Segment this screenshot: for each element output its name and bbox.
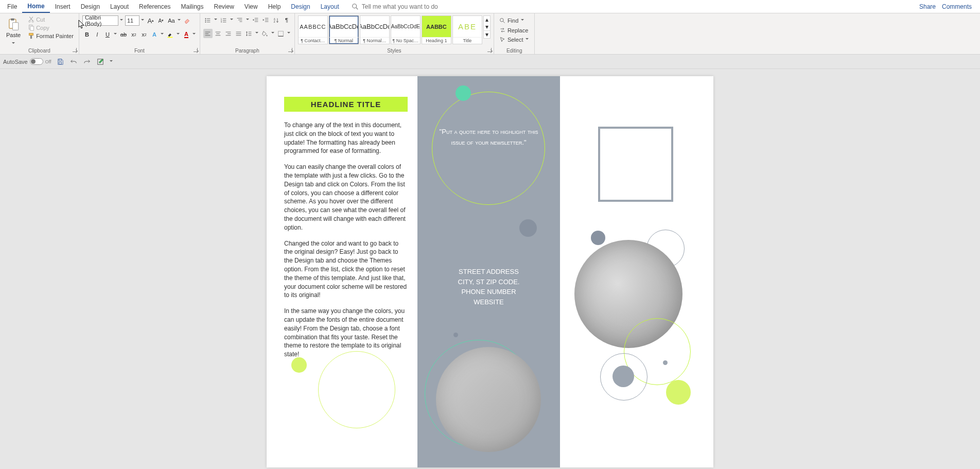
font-name-dropdown[interactable]	[119, 16, 124, 25]
underline-dd[interactable]	[113, 30, 118, 39]
style-title[interactable]: ABETitle	[452, 15, 482, 44]
style-heading1[interactable]: AABBCHeading 1	[422, 15, 451, 44]
styles-gallery-more[interactable]: ▴▾▾	[483, 15, 491, 39]
save-button[interactable]	[56, 57, 65, 66]
show-marks-button[interactable]: ¶	[282, 15, 291, 25]
copy-label: Copy	[36, 25, 49, 31]
subscript-button[interactable]: x2	[129, 30, 138, 39]
indent-icon	[262, 17, 269, 24]
find-button[interactable]: Find	[497, 15, 532, 26]
style-nospacing[interactable]: AaBbCcDdE¶ No Spac…	[391, 15, 421, 44]
highlight-button[interactable]	[166, 30, 175, 39]
style-contact[interactable]: AABBCC¶ Contact…	[298, 15, 328, 44]
align-right-icon	[225, 30, 232, 37]
align-left-button[interactable]	[203, 29, 213, 38]
italic-button[interactable]: I	[93, 30, 102, 39]
font-color-dd[interactable]	[192, 30, 197, 39]
sort-icon: AZ	[273, 17, 279, 24]
borders-icon	[277, 30, 284, 37]
bullets-dd[interactable]	[214, 15, 218, 25]
tab-layout[interactable]: Layout	[105, 1, 134, 12]
justify-button[interactable]	[234, 29, 243, 38]
highlight-dd[interactable]	[176, 30, 181, 39]
line-spacing-button[interactable]	[244, 29, 254, 38]
clear-formatting-button[interactable]	[183, 16, 192, 25]
styles-dialog-launcher[interactable]	[486, 47, 493, 53]
autosave-toggle[interactable]: AutoSaveOff	[3, 58, 51, 65]
tab-home[interactable]: Home	[22, 1, 49, 13]
borders-button[interactable]	[276, 29, 286, 38]
font-size-combo[interactable]: 11	[125, 15, 139, 26]
find-dd[interactable]	[520, 16, 524, 25]
svg-line-1	[356, 7, 358, 9]
svg-text:A: A	[274, 18, 276, 20]
change-case-dd[interactable]	[177, 16, 182, 25]
tab-file[interactable]: File	[2, 1, 22, 12]
line-spacing-dd[interactable]	[255, 29, 259, 38]
align-center-button[interactable]	[214, 29, 223, 38]
copy-button[interactable]: Copy	[26, 24, 76, 31]
paragraph-dialog-launcher[interactable]	[287, 47, 293, 53]
numbering-icon: 123	[220, 17, 227, 24]
tell-me-search[interactable]: Tell me what you want to do	[352, 3, 438, 10]
decrease-indent-button[interactable]	[251, 15, 260, 25]
superscript-button[interactable]: x2	[139, 30, 149, 39]
clipboard-dialog-launcher[interactable]	[72, 47, 78, 53]
svg-point-15	[205, 20, 206, 21]
tab-help[interactable]: Help	[263, 1, 286, 12]
text-effects-button[interactable]: A	[150, 30, 159, 39]
autosave-switch[interactable]	[30, 58, 43, 65]
redo-button[interactable]	[82, 57, 92, 66]
cut-button[interactable]: Cut	[26, 15, 76, 23]
shrink-font-button[interactable]: A▾	[156, 16, 166, 25]
font-size-dropdown[interactable]	[141, 16, 145, 25]
qat-draw-button[interactable]	[96, 57, 105, 66]
tab-mailings[interactable]: Mailings	[176, 1, 208, 12]
change-case-button[interactable]: Aa	[167, 16, 176, 25]
text-effects-dd[interactable]	[160, 30, 165, 39]
svg-rect-51	[278, 31, 284, 36]
qat-customize-dd[interactable]	[109, 57, 114, 66]
shading-dd[interactable]	[271, 29, 275, 38]
tab-view[interactable]: View	[239, 1, 263, 12]
select-button[interactable]: Select	[497, 34, 532, 45]
undo-button[interactable]	[69, 57, 78, 66]
font-name-combo[interactable]: Calibri (Body)	[82, 15, 118, 26]
select-dd[interactable]	[524, 35, 529, 44]
style-normal[interactable]: AaBbCcDc¶ Normal	[329, 15, 359, 44]
sort-button[interactable]: AZ	[272, 15, 281, 25]
bullets-button[interactable]	[203, 15, 213, 25]
font-color-button[interactable]: A	[182, 30, 191, 39]
align-right-button[interactable]	[224, 29, 233, 38]
style-normal2[interactable]: AaBbCcDc¶ Normal…	[360, 15, 390, 44]
multilevel-button[interactable]	[235, 15, 244, 25]
shading-button[interactable]	[260, 29, 270, 38]
paste-dropdown[interactable]	[11, 39, 16, 48]
svg-rect-56	[59, 62, 61, 64]
font-dialog-launcher[interactable]	[192, 47, 199, 53]
svg-rect-9	[30, 26, 34, 30]
paragraph-group-label: Paragraph	[200, 48, 294, 54]
numbering-dd[interactable]	[230, 15, 234, 25]
borders-dd[interactable]	[287, 29, 291, 38]
comments-button[interactable]: Comments	[940, 3, 972, 10]
share-button[interactable]: Share	[917, 3, 936, 10]
paste-button[interactable]: Paste	[3, 15, 24, 50]
format-painter-label: Format Painter	[36, 33, 74, 39]
grow-font-button[interactable]: A▴	[146, 16, 155, 25]
numbering-button[interactable]: 123	[219, 15, 229, 25]
tab-insert[interactable]: Insert	[50, 1, 76, 12]
underline-button[interactable]: U	[103, 30, 112, 39]
tab-design[interactable]: Design	[76, 1, 105, 12]
replace-button[interactable]: Replace	[497, 26, 532, 34]
autosave-label: AutoSave	[3, 59, 28, 65]
bold-button[interactable]: B	[82, 30, 92, 39]
tab-contextual-layout[interactable]: Layout	[316, 1, 344, 12]
multilevel-dd[interactable]	[246, 15, 250, 25]
tab-contextual-design[interactable]: Design	[286, 1, 315, 12]
increase-indent-button[interactable]	[261, 15, 271, 25]
tab-review[interactable]: Review	[208, 1, 239, 12]
tab-references[interactable]: References	[134, 1, 176, 12]
strikethrough-button[interactable]: ab	[119, 30, 128, 39]
format-painter-button[interactable]: Format Painter	[26, 32, 76, 40]
